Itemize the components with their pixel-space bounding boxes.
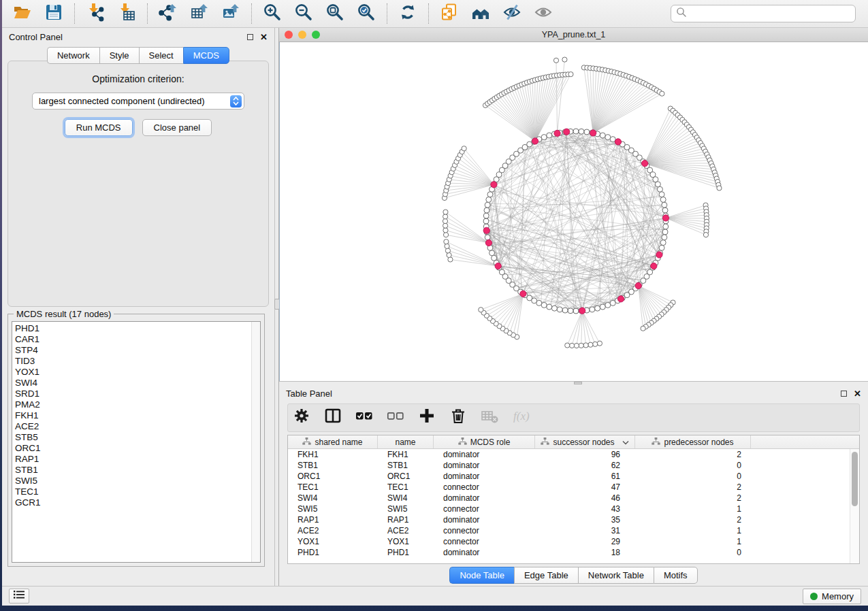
open-file-button[interactable] — [9, 2, 36, 25]
memory-button[interactable]: Memory — [803, 589, 861, 604]
cell-name[interactable]: FKH1 — [378, 449, 434, 460]
mcds-result-item[interactable]: PHD1 — [15, 323, 260, 334]
hide-selected-button[interactable] — [498, 2, 526, 25]
cell-role[interactable]: connector — [434, 482, 535, 493]
tab-select[interactable]: Select — [139, 47, 183, 64]
cell-succ[interactable]: 47 — [535, 482, 635, 493]
mcds-result-item[interactable]: RAP1 — [15, 454, 260, 465]
cell-pred[interactable]: 1 — [635, 536, 751, 547]
cell-role[interactable]: dominator — [434, 471, 535, 482]
table-row[interactable]: YOX1YOX1connector291 — [288, 536, 850, 547]
mcds-result-item[interactable]: STB1 — [15, 465, 260, 476]
column-header-successor-nodes[interactable]: successor nodes — [535, 435, 635, 448]
close-panel-icon[interactable]: ✕ — [854, 389, 861, 398]
cell-role[interactable]: dominator — [434, 493, 535, 503]
column-header-predecessor-nodes[interactable]: predecessor nodes — [635, 435, 751, 448]
network-window-titlebar[interactable]: YPA_prune.txt_1 — [279, 28, 868, 42]
cell-shared[interactable]: PHD1 — [288, 547, 378, 558]
search-input[interactable] — [687, 8, 850, 20]
mcds-result-item[interactable]: YOX1 — [15, 367, 260, 378]
tab-motifs[interactable]: Motifs — [654, 567, 698, 584]
table-row[interactable]: ORC1ORC1dominator610 — [288, 471, 850, 482]
cell-shared[interactable]: TEC1 — [288, 482, 378, 493]
zoom-out-button[interactable] — [290, 2, 317, 25]
search-field[interactable] — [671, 5, 856, 22]
export-network-button[interactable] — [155, 2, 182, 25]
cell-role[interactable]: dominator — [434, 547, 535, 558]
mcds-result-item[interactable]: CAR1 — [15, 334, 260, 345]
cell-name[interactable]: RAP1 — [378, 514, 434, 525]
tab-mcds[interactable]: MCDS — [183, 47, 229, 64]
cell-shared[interactable]: SWI5 — [288, 503, 378, 514]
cell-pred[interactable]: 0 — [635, 547, 751, 558]
zoom-in-button[interactable] — [259, 2, 286, 25]
cell-pred[interactable]: 2 — [635, 493, 751, 503]
panel-selector-button[interactable] — [9, 589, 29, 604]
mcds-result-item[interactable]: PMA2 — [15, 399, 260, 410]
split-panel-button[interactable] — [325, 409, 342, 427]
mcds-result-item[interactable]: STB5 — [15, 432, 260, 443]
table-row[interactable]: SWI4SWI4dominator462 — [288, 493, 850, 503]
mcds-result-item[interactable]: ACE2 — [15, 421, 260, 432]
cell-shared[interactable]: STB1 — [288, 460, 378, 471]
tab-node-table[interactable]: Node Table — [449, 567, 514, 584]
cell-role[interactable]: connector — [434, 525, 535, 536]
optimization-criterion-select[interactable]: largest connected component (undirected) — [32, 93, 244, 110]
mcds-result-item[interactable]: FKH1 — [15, 410, 260, 421]
refresh-view-button[interactable] — [394, 2, 421, 25]
network-graph[interactable] — [280, 42, 868, 378]
first-neighbors-button[interactable] — [467, 2, 494, 25]
mcds-result-item[interactable]: STP4 — [15, 345, 260, 356]
mcds-result-item[interactable]: ORC1 — [15, 443, 260, 454]
cell-role[interactable]: dominator — [434, 460, 535, 471]
save-session-button[interactable] — [40, 2, 67, 25]
cell-shared[interactable]: ACE2 — [288, 525, 378, 536]
close-panel-icon[interactable]: ✕ — [260, 33, 268, 42]
cell-role[interactable]: dominator — [434, 514, 535, 525]
cell-pred[interactable]: 1 — [635, 525, 751, 536]
cell-pred[interactable]: 2 — [635, 482, 751, 493]
cell-name[interactable]: ORC1 — [378, 471, 434, 482]
cell-succ[interactable]: 31 — [535, 525, 635, 536]
cell-pred[interactable]: 0 — [635, 471, 751, 482]
cell-pred[interactable]: 2 — [635, 514, 751, 525]
cell-name[interactable]: ACE2 — [378, 525, 434, 536]
mcds-result-item[interactable]: SWI5 — [15, 476, 260, 486]
tab-style[interactable]: Style — [99, 47, 139, 64]
table-row[interactable]: SWI5SWI5connector431 — [288, 503, 850, 514]
table-row[interactable]: ACE2ACE2connector311 — [288, 525, 850, 536]
cell-shared[interactable]: FKH1 — [288, 449, 378, 460]
cell-name[interactable]: SWI4 — [378, 493, 434, 503]
close-panel-button[interactable]: Close panel — [142, 119, 212, 136]
zoom-selected-button[interactable] — [353, 2, 380, 25]
float-window-icon[interactable] — [841, 391, 847, 397]
column-header-name[interactable]: name — [378, 435, 434, 448]
table-row[interactable]: FKH1FKH1dominator962 — [288, 449, 850, 460]
mcds-result-item[interactable]: TEC1 — [15, 486, 260, 497]
table-row[interactable]: STB1STB1dominator620 — [288, 460, 850, 471]
splitter-handle[interactable] — [574, 382, 582, 384]
mcds-result-item[interactable]: SRD1 — [15, 389, 260, 399]
cell-shared[interactable]: ORC1 — [288, 471, 378, 482]
cell-shared[interactable]: SWI4 — [288, 493, 378, 503]
cell-shared[interactable]: RAP1 — [288, 514, 378, 525]
mcds-result-item[interactable]: TID3 — [15, 356, 260, 367]
cell-pred[interactable]: 0 — [635, 460, 751, 471]
cell-succ[interactable]: 43 — [535, 503, 635, 514]
import-table-button[interactable] — [113, 2, 140, 25]
cell-name[interactable]: PHD1 — [378, 547, 434, 558]
cell-succ[interactable]: 62 — [535, 460, 635, 471]
clone-network-button[interactable] — [436, 2, 463, 25]
mcds-result-item[interactable]: SWI4 — [15, 378, 260, 389]
cell-role[interactable]: connector — [434, 503, 535, 514]
delete-column-button[interactable] — [450, 409, 468, 427]
export-image-button[interactable] — [217, 2, 244, 25]
column-header-shared-name[interactable]: shared name — [288, 435, 378, 448]
cell-role[interactable]: dominator — [434, 449, 535, 460]
cell-role[interactable]: connector — [434, 536, 535, 547]
add-column-button[interactable] — [419, 409, 436, 427]
tab-network[interactable]: Network — [47, 47, 99, 64]
cell-pred[interactable]: 1 — [635, 503, 751, 514]
cell-name[interactable]: TEC1 — [378, 482, 434, 493]
vertical-splitter[interactable] — [274, 28, 279, 586]
